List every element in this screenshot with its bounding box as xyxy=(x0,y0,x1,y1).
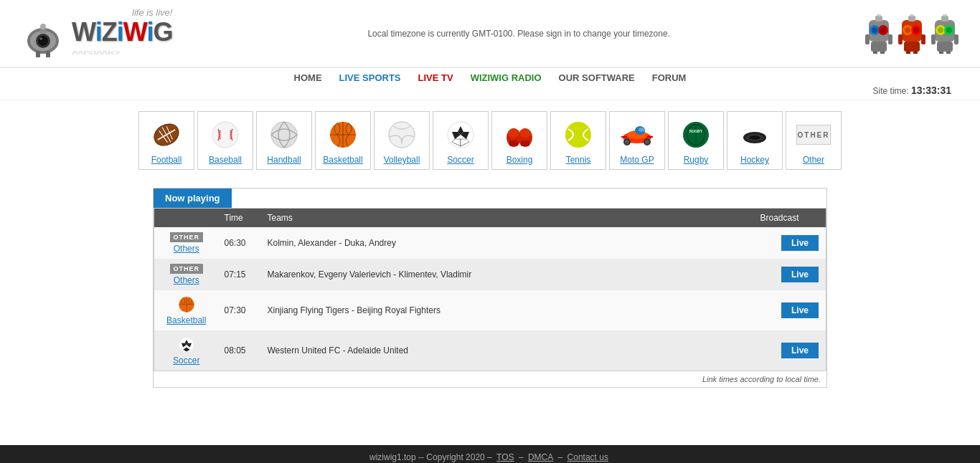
sport-other-label: Other xyxy=(803,155,824,165)
sport-rugby-label: Rugby xyxy=(684,155,709,165)
sport-basketball-label: Basketball xyxy=(323,155,362,165)
cat-link[interactable]: Basketball xyxy=(166,315,206,325)
svg-text:RUGBY: RUGBY xyxy=(689,129,703,133)
svg-rect-31 xyxy=(906,52,910,54)
sport-soccer[interactable]: Soccer xyxy=(433,111,489,170)
svg-rect-14 xyxy=(875,16,882,22)
footer-copyright: wiziwig1.top -- Copyright 2020 – xyxy=(369,452,492,462)
live-button[interactable]: Live xyxy=(781,302,819,318)
cat-link[interactable]: Others xyxy=(174,275,199,285)
logo-tagline: life is live! xyxy=(72,7,172,18)
svg-rect-29 xyxy=(921,34,925,44)
rugby-icon: RUGBY xyxy=(679,118,713,152)
svg-rect-17 xyxy=(888,34,892,44)
nav-live-tv[interactable]: LIVE TV xyxy=(418,72,453,83)
sport-handball-label: Handball xyxy=(267,155,301,165)
col-teams: Teams xyxy=(262,209,755,228)
svg-point-62 xyxy=(271,122,297,148)
sport-soccer-label: Soccer xyxy=(447,155,473,165)
nav-software[interactable]: OUR SOFTWARE xyxy=(559,72,635,83)
svg-rect-42 xyxy=(937,42,953,52)
svg-rect-38 xyxy=(941,16,948,22)
table-row: OTHER Others 07:15 Makarenkov, Evgeny Va… xyxy=(154,259,826,290)
svg-point-4 xyxy=(39,37,42,40)
sport-rugby[interactable]: RUGBY Rugby xyxy=(668,111,724,170)
header-robots xyxy=(865,14,958,54)
soccer-icon xyxy=(443,118,478,152)
svg-rect-79 xyxy=(521,140,529,146)
svg-point-97 xyxy=(749,135,760,140)
svg-point-85 xyxy=(625,140,629,144)
live-button[interactable]: Live xyxy=(781,235,819,251)
basketball-icon xyxy=(326,118,360,152)
nav-live-sports[interactable]: LIVE SPORTS xyxy=(339,72,401,83)
svg-point-11 xyxy=(872,27,877,33)
svg-rect-32 xyxy=(913,52,918,54)
col-time: Time xyxy=(219,209,262,228)
svg-point-8 xyxy=(40,24,46,29)
svg-rect-76 xyxy=(509,140,518,146)
svg-rect-16 xyxy=(865,34,870,44)
svg-point-81 xyxy=(565,122,591,148)
boxing-icon xyxy=(502,118,537,152)
sport-tennis-label: Tennis xyxy=(566,155,591,165)
col-category xyxy=(154,209,219,228)
svg-point-89 xyxy=(639,128,644,132)
logo-reflection: WiZiWiG xyxy=(72,49,172,55)
live-button[interactable]: Live xyxy=(781,343,819,358)
site-time-value: 13:33:31 xyxy=(911,85,951,96)
svg-rect-6 xyxy=(46,51,50,57)
footer-contact[interactable]: Contact us xyxy=(567,452,608,462)
handball-icon xyxy=(267,118,301,152)
live-button[interactable]: Live xyxy=(781,267,819,282)
svg-point-80 xyxy=(519,129,531,138)
nav-forum[interactable]: FORUM xyxy=(652,72,687,83)
now-playing-container: Now playing Time Teams Broadcast OTHER O… xyxy=(153,188,827,388)
footer-dmca[interactable]: DMCA xyxy=(528,452,553,462)
svg-point-3 xyxy=(38,36,48,46)
svg-rect-5 xyxy=(36,51,40,57)
sport-tennis[interactable]: Tennis xyxy=(550,111,606,170)
football-icon xyxy=(149,118,184,152)
svg-rect-30 xyxy=(904,42,920,52)
footer-tos[interactable]: TOS xyxy=(496,452,514,462)
sport-football-label: Football xyxy=(151,155,182,165)
sport-football[interactable]: Football xyxy=(138,111,194,170)
sport-volleyball[interactable]: Volleyball xyxy=(374,111,430,170)
col-broadcast: Broadcast xyxy=(755,209,826,228)
svg-rect-43 xyxy=(939,52,943,54)
svg-rect-40 xyxy=(931,34,936,44)
cat-link[interactable]: Others xyxy=(174,244,199,254)
sports-grid: Football Baseball xyxy=(0,100,980,181)
table-row: Soccer 08:05 Western United FC - Adelaid… xyxy=(154,330,826,371)
volleyball-icon xyxy=(385,118,419,152)
svg-point-87 xyxy=(645,140,649,144)
table-row: OTHER Others 06:30 Kolmin, Alexander - D… xyxy=(154,227,826,259)
svg-rect-44 xyxy=(946,52,951,54)
sport-hockey[interactable]: Hockey xyxy=(727,111,783,170)
svg-rect-91 xyxy=(647,136,653,138)
schedule-table: Time Teams Broadcast OTHER Others 06:30 … xyxy=(154,208,826,371)
svg-rect-19 xyxy=(873,52,877,54)
svg-point-37 xyxy=(946,27,952,33)
motogp-icon xyxy=(620,118,654,152)
svg-rect-28 xyxy=(898,34,903,44)
sport-motogp-label: Moto GP xyxy=(620,155,654,165)
tennis-icon xyxy=(561,118,595,152)
navigation: HOME LIVE SPORTS LIVE TV WIZIWIG RADIO O… xyxy=(0,68,980,83)
sport-baseball[interactable]: Baseball xyxy=(197,111,253,170)
sport-boxing[interactable]: Boxing xyxy=(491,111,547,170)
cat-link[interactable]: Soccer xyxy=(173,355,199,366)
sport-motogp[interactable]: Moto GP xyxy=(609,111,665,170)
nav-radio[interactable]: WIZIWIG RADIO xyxy=(471,72,542,83)
sport-handball[interactable]: Handball xyxy=(256,111,312,170)
svg-rect-26 xyxy=(908,16,915,22)
sport-other[interactable]: OTHER Other xyxy=(786,111,842,170)
nav-home[interactable]: HOME xyxy=(294,72,322,83)
header-notice: Local timezone is currently GMT-0100. Pl… xyxy=(172,29,865,39)
svg-rect-41 xyxy=(954,34,958,44)
sport-basketball[interactable]: Basketball xyxy=(315,111,371,170)
logo-brand: WiZiWiG xyxy=(72,19,172,45)
baseball-icon xyxy=(208,118,242,152)
sport-boxing-label: Boxing xyxy=(507,155,533,165)
